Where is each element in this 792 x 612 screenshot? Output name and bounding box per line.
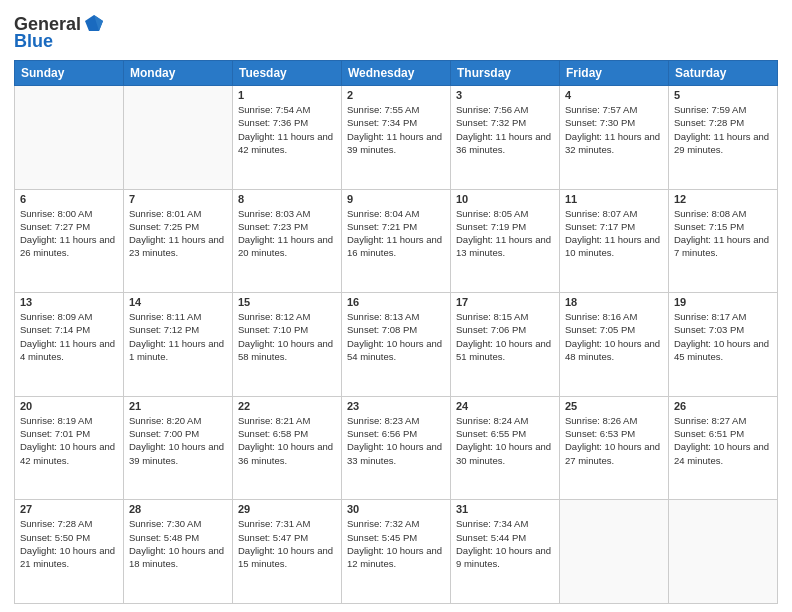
week-row-3: 13Sunrise: 8:09 AM Sunset: 7:14 PM Dayli… <box>15 293 778 397</box>
day-info: Sunrise: 8:00 AM Sunset: 7:27 PM Dayligh… <box>20 207 118 260</box>
weekday-header-thursday: Thursday <box>451 61 560 86</box>
logo-flag-icon <box>83 13 105 35</box>
calendar-cell: 9Sunrise: 8:04 AM Sunset: 7:21 PM Daylig… <box>342 189 451 293</box>
calendar-cell: 14Sunrise: 8:11 AM Sunset: 7:12 PM Dayli… <box>124 293 233 397</box>
day-number: 31 <box>456 503 554 515</box>
day-info: Sunrise: 7:54 AM Sunset: 7:36 PM Dayligh… <box>238 103 336 156</box>
calendar-cell: 29Sunrise: 7:31 AM Sunset: 5:47 PM Dayli… <box>233 500 342 604</box>
calendar-cell <box>669 500 778 604</box>
calendar-cell: 6Sunrise: 8:00 AM Sunset: 7:27 PM Daylig… <box>15 189 124 293</box>
calendar-cell: 30Sunrise: 7:32 AM Sunset: 5:45 PM Dayli… <box>342 500 451 604</box>
calendar-cell: 26Sunrise: 8:27 AM Sunset: 6:51 PM Dayli… <box>669 396 778 500</box>
day-number: 29 <box>238 503 336 515</box>
day-info: Sunrise: 8:16 AM Sunset: 7:05 PM Dayligh… <box>565 310 663 363</box>
calendar-cell: 20Sunrise: 8:19 AM Sunset: 7:01 PM Dayli… <box>15 396 124 500</box>
calendar-cell <box>124 86 233 190</box>
day-info: Sunrise: 7:55 AM Sunset: 7:34 PM Dayligh… <box>347 103 445 156</box>
calendar-table: SundayMondayTuesdayWednesdayThursdayFrid… <box>14 60 778 604</box>
day-info: Sunrise: 8:03 AM Sunset: 7:23 PM Dayligh… <box>238 207 336 260</box>
day-info: Sunrise: 8:23 AM Sunset: 6:56 PM Dayligh… <box>347 414 445 467</box>
day-info: Sunrise: 8:05 AM Sunset: 7:19 PM Dayligh… <box>456 207 554 260</box>
day-number: 16 <box>347 296 445 308</box>
day-info: Sunrise: 7:28 AM Sunset: 5:50 PM Dayligh… <box>20 517 118 570</box>
day-number: 3 <box>456 89 554 101</box>
day-number: 26 <box>674 400 772 412</box>
day-number: 20 <box>20 400 118 412</box>
day-info: Sunrise: 7:34 AM Sunset: 5:44 PM Dayligh… <box>456 517 554 570</box>
calendar-cell: 7Sunrise: 8:01 AM Sunset: 7:25 PM Daylig… <box>124 189 233 293</box>
day-number: 1 <box>238 89 336 101</box>
day-info: Sunrise: 8:08 AM Sunset: 7:15 PM Dayligh… <box>674 207 772 260</box>
calendar-cell: 11Sunrise: 8:07 AM Sunset: 7:17 PM Dayli… <box>560 189 669 293</box>
day-number: 15 <box>238 296 336 308</box>
day-number: 2 <box>347 89 445 101</box>
header: General Blue <box>14 10 778 52</box>
calendar-cell: 27Sunrise: 7:28 AM Sunset: 5:50 PM Dayli… <box>15 500 124 604</box>
weekday-header-friday: Friday <box>560 61 669 86</box>
day-info: Sunrise: 7:59 AM Sunset: 7:28 PM Dayligh… <box>674 103 772 156</box>
calendar-cell: 17Sunrise: 8:15 AM Sunset: 7:06 PM Dayli… <box>451 293 560 397</box>
day-number: 21 <box>129 400 227 412</box>
day-number: 6 <box>20 193 118 205</box>
day-info: Sunrise: 8:09 AM Sunset: 7:14 PM Dayligh… <box>20 310 118 363</box>
calendar-cell: 8Sunrise: 8:03 AM Sunset: 7:23 PM Daylig… <box>233 189 342 293</box>
day-number: 27 <box>20 503 118 515</box>
day-info: Sunrise: 8:04 AM Sunset: 7:21 PM Dayligh… <box>347 207 445 260</box>
calendar-cell: 1Sunrise: 7:54 AM Sunset: 7:36 PM Daylig… <box>233 86 342 190</box>
calendar-cell: 31Sunrise: 7:34 AM Sunset: 5:44 PM Dayli… <box>451 500 560 604</box>
day-info: Sunrise: 7:30 AM Sunset: 5:48 PM Dayligh… <box>129 517 227 570</box>
week-row-5: 27Sunrise: 7:28 AM Sunset: 5:50 PM Dayli… <box>15 500 778 604</box>
day-number: 10 <box>456 193 554 205</box>
day-number: 12 <box>674 193 772 205</box>
day-info: Sunrise: 8:07 AM Sunset: 7:17 PM Dayligh… <box>565 207 663 260</box>
page-container: General Blue SundayMondayTuesdayWednesda… <box>0 0 792 612</box>
calendar-cell: 24Sunrise: 8:24 AM Sunset: 6:55 PM Dayli… <box>451 396 560 500</box>
day-number: 14 <box>129 296 227 308</box>
day-info: Sunrise: 7:31 AM Sunset: 5:47 PM Dayligh… <box>238 517 336 570</box>
logo: General Blue <box>14 14 105 52</box>
calendar-cell: 5Sunrise: 7:59 AM Sunset: 7:28 PM Daylig… <box>669 86 778 190</box>
calendar-cell: 28Sunrise: 7:30 AM Sunset: 5:48 PM Dayli… <box>124 500 233 604</box>
calendar-cell: 4Sunrise: 7:57 AM Sunset: 7:30 PM Daylig… <box>560 86 669 190</box>
day-info: Sunrise: 8:27 AM Sunset: 6:51 PM Dayligh… <box>674 414 772 467</box>
day-info: Sunrise: 8:26 AM Sunset: 6:53 PM Dayligh… <box>565 414 663 467</box>
calendar-cell: 23Sunrise: 8:23 AM Sunset: 6:56 PM Dayli… <box>342 396 451 500</box>
day-number: 30 <box>347 503 445 515</box>
day-info: Sunrise: 8:15 AM Sunset: 7:06 PM Dayligh… <box>456 310 554 363</box>
day-number: 25 <box>565 400 663 412</box>
weekday-header-sunday: Sunday <box>15 61 124 86</box>
day-info: Sunrise: 8:19 AM Sunset: 7:01 PM Dayligh… <box>20 414 118 467</box>
day-number: 18 <box>565 296 663 308</box>
day-number: 28 <box>129 503 227 515</box>
day-number: 5 <box>674 89 772 101</box>
day-info: Sunrise: 8:21 AM Sunset: 6:58 PM Dayligh… <box>238 414 336 467</box>
calendar-cell: 16Sunrise: 8:13 AM Sunset: 7:08 PM Dayli… <box>342 293 451 397</box>
calendar-cell: 21Sunrise: 8:20 AM Sunset: 7:00 PM Dayli… <box>124 396 233 500</box>
day-number: 7 <box>129 193 227 205</box>
calendar-cell: 2Sunrise: 7:55 AM Sunset: 7:34 PM Daylig… <box>342 86 451 190</box>
day-number: 9 <box>347 193 445 205</box>
day-info: Sunrise: 8:24 AM Sunset: 6:55 PM Dayligh… <box>456 414 554 467</box>
calendar-cell: 13Sunrise: 8:09 AM Sunset: 7:14 PM Dayli… <box>15 293 124 397</box>
weekday-header-tuesday: Tuesday <box>233 61 342 86</box>
day-info: Sunrise: 7:57 AM Sunset: 7:30 PM Dayligh… <box>565 103 663 156</box>
week-row-2: 6Sunrise: 8:00 AM Sunset: 7:27 PM Daylig… <box>15 189 778 293</box>
calendar-cell: 3Sunrise: 7:56 AM Sunset: 7:32 PM Daylig… <box>451 86 560 190</box>
week-row-1: 1Sunrise: 7:54 AM Sunset: 7:36 PM Daylig… <box>15 86 778 190</box>
calendar-cell: 12Sunrise: 8:08 AM Sunset: 7:15 PM Dayli… <box>669 189 778 293</box>
calendar-cell: 10Sunrise: 8:05 AM Sunset: 7:19 PM Dayli… <box>451 189 560 293</box>
calendar-cell: 25Sunrise: 8:26 AM Sunset: 6:53 PM Dayli… <box>560 396 669 500</box>
calendar-cell: 18Sunrise: 8:16 AM Sunset: 7:05 PM Dayli… <box>560 293 669 397</box>
calendar-cell: 19Sunrise: 8:17 AM Sunset: 7:03 PM Dayli… <box>669 293 778 397</box>
day-info: Sunrise: 7:32 AM Sunset: 5:45 PM Dayligh… <box>347 517 445 570</box>
day-info: Sunrise: 8:13 AM Sunset: 7:08 PM Dayligh… <box>347 310 445 363</box>
day-number: 24 <box>456 400 554 412</box>
day-info: Sunrise: 8:11 AM Sunset: 7:12 PM Dayligh… <box>129 310 227 363</box>
day-number: 4 <box>565 89 663 101</box>
weekday-header-monday: Monday <box>124 61 233 86</box>
weekday-header-wednesday: Wednesday <box>342 61 451 86</box>
day-info: Sunrise: 8:12 AM Sunset: 7:10 PM Dayligh… <box>238 310 336 363</box>
day-info: Sunrise: 8:01 AM Sunset: 7:25 PM Dayligh… <box>129 207 227 260</box>
day-info: Sunrise: 7:56 AM Sunset: 7:32 PM Dayligh… <box>456 103 554 156</box>
weekday-header-saturday: Saturday <box>669 61 778 86</box>
